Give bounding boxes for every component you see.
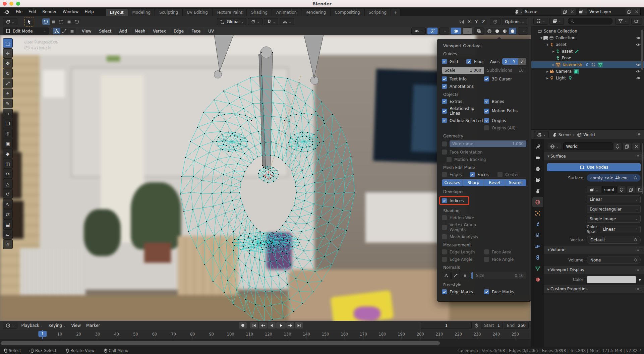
tool-measure[interactable]: ⟓ xyxy=(3,109,13,118)
scene-new-icon[interactable] xyxy=(561,8,569,15)
properties-tab-material[interactable] xyxy=(532,275,543,285)
shading-material-button[interactable] xyxy=(501,28,509,34)
view-layer-selector[interactable]: ⌄ View Layer xyxy=(579,8,641,15)
tool-edge-slide[interactable]: ⇄ xyxy=(3,209,13,219)
menu-window[interactable]: Window xyxy=(60,7,81,16)
tool-cursor[interactable]: ✛ xyxy=(3,48,13,58)
world-browse-button[interactable]: ⌄ xyxy=(547,143,562,150)
tab-modeling[interactable]: Modeling xyxy=(128,9,155,16)
menu-render[interactable]: Render xyxy=(39,7,60,16)
view-layer-remove-icon[interactable] xyxy=(633,8,640,15)
tool-inset-faces[interactable]: ▣ xyxy=(3,139,13,149)
menu-edit[interactable]: Edit xyxy=(25,7,39,16)
properties-display-dropdown[interactable]: ⌄ xyxy=(534,131,549,138)
outliner-row-asset[interactable]: ▶asset xyxy=(531,48,644,55)
record-button[interactable] xyxy=(239,322,247,329)
expand-toggle[interactable]: ▶ xyxy=(551,63,555,66)
checkbox-face-marks[interactable] xyxy=(484,289,489,294)
interpolation-dropdown[interactable]: Linear⌄ xyxy=(587,195,641,203)
scene-name[interactable]: Scene xyxy=(522,9,561,14)
properties-tab-tool[interactable] xyxy=(532,142,543,152)
pin-icon[interactable] xyxy=(637,132,641,137)
viewport-menu-add[interactable]: Add xyxy=(116,28,130,34)
volume-value-button[interactable]: None xyxy=(587,256,641,264)
checkbox-origins-all-[interactable] xyxy=(484,125,489,130)
face-select-button[interactable] xyxy=(68,28,76,34)
tool-shear[interactable]: ▱ xyxy=(3,229,13,239)
outliner-row-light[interactable]: ▶Light xyxy=(531,75,644,81)
properties-tab-object[interactable] xyxy=(532,208,543,218)
mode-dropdown[interactable]: Edit Mode⌄ xyxy=(3,27,49,35)
tab-texture-paint[interactable]: Texture Paint xyxy=(213,9,246,16)
image-new-button[interactable] xyxy=(627,186,635,193)
properties-tab-modifiers[interactable] xyxy=(532,219,543,229)
xray-toggle[interactable] xyxy=(474,27,484,35)
next-keyframe-button[interactable] xyxy=(286,322,294,329)
tool-loop-cut[interactable]: ◫ xyxy=(3,159,13,169)
display-split-normals-button[interactable] xyxy=(451,272,460,279)
surface-value-button[interactable]: comfy_cafe_4k.exr xyxy=(587,174,641,182)
checkbox-face-angle[interactable] xyxy=(484,257,489,262)
checkbox-3d-cursor[interactable] xyxy=(484,76,489,81)
checkbox-origins[interactable] xyxy=(484,118,489,123)
axis-x-toggle[interactable]: X xyxy=(502,58,510,65)
display-color-swatch[interactable] xyxy=(587,276,636,283)
viewport-menu-face[interactable]: Face xyxy=(188,28,203,34)
timeline-track-area[interactable] xyxy=(0,339,531,347)
timeline-menu-playback[interactable]: Playback⌄ xyxy=(19,323,46,328)
checkbox-edge-angle[interactable] xyxy=(442,257,447,262)
properties-tab-particles[interactable] xyxy=(532,230,543,240)
menu-help[interactable]: Help xyxy=(81,7,97,16)
scale-slider[interactable]: Scale1.000 xyxy=(442,67,484,74)
expand-toggle[interactable]: ▼ xyxy=(545,43,549,46)
checkbox-edge-marks[interactable] xyxy=(442,289,447,294)
shading-wireframe-button[interactable] xyxy=(486,28,493,34)
hide-in-viewport-toggle[interactable] xyxy=(636,36,641,40)
gizmos-dropdown[interactable]: ⌄ xyxy=(439,27,449,35)
tab-scripting[interactable]: Scripting xyxy=(365,9,391,16)
tab-sculpting[interactable]: Sculpting xyxy=(155,9,182,16)
tool-bevel[interactable]: ◆ xyxy=(3,149,13,159)
menu-file[interactable]: File xyxy=(13,7,25,16)
tool-poly-build[interactable]: △ xyxy=(3,179,13,189)
checkbox-edge-length[interactable] xyxy=(442,249,447,254)
checkbox-extras[interactable] xyxy=(442,99,447,104)
normals-size-slider[interactable]: Size0.10 xyxy=(471,272,526,279)
vertex-select-button[interactable] xyxy=(53,28,60,34)
properties-tab-scene[interactable] xyxy=(532,186,543,196)
outliner-filter-dropdown[interactable]: ⌄ xyxy=(615,18,630,25)
toggle-bevel[interactable]: Bevel xyxy=(484,179,505,186)
outliner-row-asset[interactable]: ▼asset xyxy=(531,41,644,48)
play-reverse-button[interactable] xyxy=(268,322,276,329)
checkbox-floor[interactable] xyxy=(466,59,471,64)
checkbox-center[interactable] xyxy=(497,172,503,177)
custom-properties-section-header[interactable]: ▶Custom Properties xyxy=(544,285,644,293)
overlays-toggle[interactable] xyxy=(451,27,461,35)
checkbox-edges[interactable] xyxy=(442,172,447,177)
tab-uv-editing[interactable]: UV Editing xyxy=(183,9,212,16)
toggle-seams[interactable]: Seams xyxy=(505,179,526,186)
axis-z-toggle[interactable]: Z xyxy=(518,58,526,65)
checkbox-bones[interactable] xyxy=(484,99,489,104)
select-intersect-button[interactable] xyxy=(73,18,80,25)
unlink-datablock-button[interactable] xyxy=(632,143,641,150)
snap-target-button[interactable] xyxy=(490,18,501,25)
checkbox-mesh-analysis[interactable] xyxy=(442,234,447,239)
current-frame-indicator[interactable]: 1 xyxy=(38,331,47,337)
expand-toggle[interactable]: ▶ xyxy=(551,50,555,53)
edge-select-button[interactable] xyxy=(61,28,68,34)
editor-type-button[interactable]: ⌄ xyxy=(3,18,17,25)
viewport-display-section-header[interactable]: ▼Viewport Display xyxy=(544,266,644,274)
frame-end-field[interactable]: End250 xyxy=(504,322,529,329)
select-invert-button[interactable] xyxy=(65,18,73,25)
expand-toggle[interactable]: ▶ xyxy=(545,77,549,80)
checkbox-faces[interactable] xyxy=(470,172,475,177)
current-frame-field[interactable]: 1 xyxy=(421,322,472,329)
timeline-horizontal-scrollbar[interactable] xyxy=(1,341,440,345)
select-extend-button[interactable] xyxy=(50,18,57,25)
wireframe-slider[interactable]: Wireframe1.000 xyxy=(450,140,526,147)
viewport-menu-view[interactable]: View xyxy=(79,28,94,34)
add-workspace-button[interactable]: + xyxy=(391,9,400,16)
shading-dropdown[interactable]: ⌄ xyxy=(518,27,528,35)
scene-browse-icon[interactable]: ⌄ xyxy=(515,8,522,15)
